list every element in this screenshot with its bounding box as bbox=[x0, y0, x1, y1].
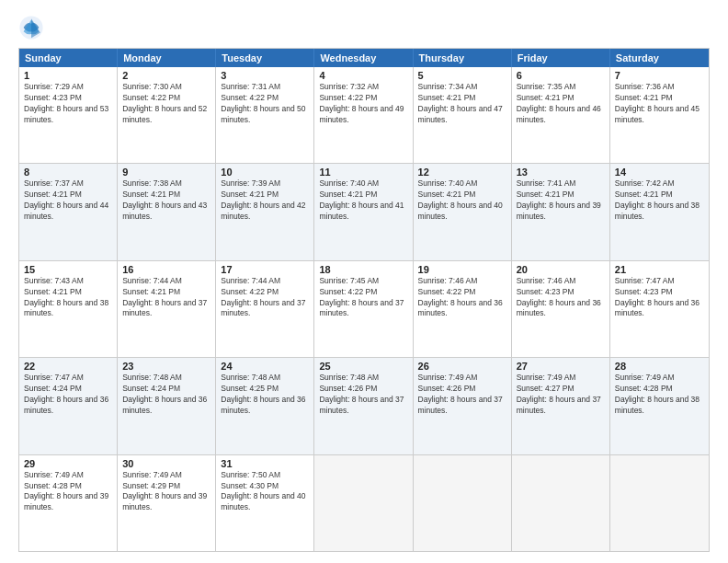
header-day-thursday: Thursday bbox=[414, 49, 512, 67]
calendar-cell: 18 Sunrise: 7:45 AM Sunset: 4:22 PM Dayl… bbox=[314, 261, 413, 357]
calendar-cell: 21 Sunrise: 7:47 AM Sunset: 4:23 PM Dayl… bbox=[610, 261, 709, 357]
day-number: 27 bbox=[517, 361, 605, 372]
calendar-cell bbox=[610, 455, 709, 551]
calendar-cell: 10 Sunrise: 7:39 AM Sunset: 4:21 PM Dayl… bbox=[216, 164, 314, 259]
cell-info: Sunrise: 7:48 AM Sunset: 4:26 PM Dayligh… bbox=[319, 373, 407, 417]
calendar-cell: 30 Sunrise: 7:49 AM Sunset: 4:29 PM Dayl… bbox=[118, 455, 216, 551]
day-number: 15 bbox=[24, 264, 112, 275]
calendar-cell: 1 Sunrise: 7:29 AM Sunset: 4:23 PM Dayli… bbox=[19, 67, 118, 163]
calendar-cell: 7 Sunrise: 7:36 AM Sunset: 4:21 PM Dayli… bbox=[610, 67, 709, 163]
cell-info: Sunrise: 7:35 AM Sunset: 4:21 PM Dayligh… bbox=[517, 82, 605, 126]
day-number: 16 bbox=[122, 264, 210, 275]
day-number: 28 bbox=[615, 361, 704, 372]
cell-info: Sunrise: 7:48 AM Sunset: 4:24 PM Dayligh… bbox=[122, 373, 210, 417]
cell-info: Sunrise: 7:38 AM Sunset: 4:21 PM Dayligh… bbox=[122, 178, 210, 223]
calendar-cell: 23 Sunrise: 7:48 AM Sunset: 4:24 PM Dayl… bbox=[118, 358, 216, 454]
cell-info: Sunrise: 7:44 AM Sunset: 4:22 PM Dayligh… bbox=[221, 276, 309, 320]
cell-info: Sunrise: 7:41 AM Sunset: 4:21 PM Dayligh… bbox=[517, 178, 605, 223]
day-number: 18 bbox=[319, 264, 407, 275]
header-day-sunday: Sunday bbox=[19, 49, 118, 67]
cell-info: Sunrise: 7:40 AM Sunset: 4:21 PM Dayligh… bbox=[418, 178, 506, 223]
cell-info: Sunrise: 7:29 AM Sunset: 4:23 PM Dayligh… bbox=[24, 82, 112, 126]
cell-info: Sunrise: 7:49 AM Sunset: 4:26 PM Dayligh… bbox=[418, 373, 506, 417]
day-number: 20 bbox=[517, 264, 605, 275]
day-number: 3 bbox=[221, 70, 309, 81]
calendar-cell: 4 Sunrise: 7:32 AM Sunset: 4:22 PM Dayli… bbox=[314, 67, 413, 163]
calendar-header: SundayMondayTuesdayWednesdayThursdayFrid… bbox=[19, 49, 709, 67]
page: SundayMondayTuesdayWednesdayThursdayFrid… bbox=[0, 0, 728, 563]
cell-info: Sunrise: 7:45 AM Sunset: 4:22 PM Dayligh… bbox=[319, 276, 407, 320]
header-day-friday: Friday bbox=[512, 49, 610, 67]
calendar-cell: 9 Sunrise: 7:38 AM Sunset: 4:21 PM Dayli… bbox=[118, 164, 216, 259]
cell-info: Sunrise: 7:43 AM Sunset: 4:21 PM Dayligh… bbox=[24, 276, 112, 320]
day-number: 31 bbox=[221, 458, 309, 469]
day-number: 11 bbox=[319, 167, 407, 178]
day-number: 14 bbox=[615, 167, 704, 178]
calendar-cell: 3 Sunrise: 7:31 AM Sunset: 4:22 PM Dayli… bbox=[216, 67, 314, 163]
cell-info: Sunrise: 7:30 AM Sunset: 4:22 PM Dayligh… bbox=[122, 82, 210, 126]
day-number: 2 bbox=[122, 70, 210, 81]
calendar-cell: 29 Sunrise: 7:49 AM Sunset: 4:28 PM Dayl… bbox=[19, 455, 118, 551]
calendar-row-1: 1 Sunrise: 7:29 AM Sunset: 4:23 PM Dayli… bbox=[19, 67, 709, 163]
calendar-cell: 19 Sunrise: 7:46 AM Sunset: 4:22 PM Dayl… bbox=[414, 261, 512, 357]
cell-info: Sunrise: 7:50 AM Sunset: 4:30 PM Dayligh… bbox=[221, 470, 309, 514]
day-number: 5 bbox=[418, 70, 506, 81]
cell-info: Sunrise: 7:42 AM Sunset: 4:21 PM Dayligh… bbox=[615, 178, 704, 223]
calendar-cell: 31 Sunrise: 7:50 AM Sunset: 4:30 PM Dayl… bbox=[216, 455, 314, 551]
header-day-monday: Monday bbox=[118, 49, 216, 67]
calendar-cell: 17 Sunrise: 7:44 AM Sunset: 4:22 PM Dayl… bbox=[216, 261, 314, 357]
cell-info: Sunrise: 7:48 AM Sunset: 4:25 PM Dayligh… bbox=[221, 373, 309, 417]
day-number: 7 bbox=[615, 70, 704, 81]
calendar-cell: 13 Sunrise: 7:41 AM Sunset: 4:21 PM Dayl… bbox=[512, 164, 610, 259]
day-number: 19 bbox=[418, 264, 506, 275]
day-number: 30 bbox=[122, 458, 210, 469]
calendar-cell: 5 Sunrise: 7:34 AM Sunset: 4:21 PM Dayli… bbox=[414, 67, 512, 163]
cell-info: Sunrise: 7:49 AM Sunset: 4:28 PM Dayligh… bbox=[24, 470, 112, 514]
cell-info: Sunrise: 7:40 AM Sunset: 4:21 PM Dayligh… bbox=[319, 178, 407, 223]
day-number: 23 bbox=[122, 361, 210, 372]
logo bbox=[18, 15, 50, 40]
calendar-cell: 26 Sunrise: 7:49 AM Sunset: 4:26 PM Dayl… bbox=[414, 358, 512, 454]
day-number: 12 bbox=[418, 167, 506, 178]
day-number: 6 bbox=[517, 70, 605, 81]
day-number: 13 bbox=[517, 167, 605, 178]
header-day-tuesday: Tuesday bbox=[216, 49, 314, 67]
header-day-saturday: Saturday bbox=[610, 49, 709, 67]
calendar-cell: 12 Sunrise: 7:40 AM Sunset: 4:21 PM Dayl… bbox=[414, 164, 512, 259]
calendar-cell: 28 Sunrise: 7:49 AM Sunset: 4:28 PM Dayl… bbox=[610, 358, 709, 454]
cell-info: Sunrise: 7:46 AM Sunset: 4:23 PM Dayligh… bbox=[517, 276, 605, 320]
calendar-cell: 25 Sunrise: 7:48 AM Sunset: 4:26 PM Dayl… bbox=[314, 358, 413, 454]
cell-info: Sunrise: 7:47 AM Sunset: 4:23 PM Dayligh… bbox=[615, 276, 704, 320]
header-day-wednesday: Wednesday bbox=[314, 49, 413, 67]
day-number: 9 bbox=[122, 167, 210, 178]
calendar-cell: 8 Sunrise: 7:37 AM Sunset: 4:21 PM Dayli… bbox=[19, 164, 118, 259]
cell-info: Sunrise: 7:39 AM Sunset: 4:21 PM Dayligh… bbox=[221, 178, 309, 223]
calendar-row-2: 8 Sunrise: 7:37 AM Sunset: 4:21 PM Dayli… bbox=[19, 163, 709, 259]
header bbox=[18, 15, 710, 40]
day-number: 25 bbox=[319, 361, 407, 372]
calendar-body: 1 Sunrise: 7:29 AM Sunset: 4:23 PM Dayli… bbox=[19, 67, 709, 551]
day-number: 17 bbox=[221, 264, 309, 275]
day-number: 29 bbox=[24, 458, 112, 469]
day-number: 4 bbox=[319, 70, 407, 81]
day-number: 8 bbox=[24, 167, 112, 178]
calendar-cell: 14 Sunrise: 7:42 AM Sunset: 4:21 PM Dayl… bbox=[610, 164, 709, 259]
day-number: 24 bbox=[221, 361, 309, 372]
day-number: 22 bbox=[24, 361, 112, 372]
calendar-row-5: 29 Sunrise: 7:49 AM Sunset: 4:28 PM Dayl… bbox=[19, 454, 709, 551]
calendar-row-3: 15 Sunrise: 7:43 AM Sunset: 4:21 PM Dayl… bbox=[19, 260, 709, 357]
day-number: 21 bbox=[615, 264, 704, 275]
calendar-cell bbox=[414, 455, 512, 551]
calendar-row-4: 22 Sunrise: 7:47 AM Sunset: 4:24 PM Dayl… bbox=[19, 357, 709, 454]
calendar-cell: 22 Sunrise: 7:47 AM Sunset: 4:24 PM Dayl… bbox=[19, 358, 118, 454]
cell-info: Sunrise: 7:36 AM Sunset: 4:21 PM Dayligh… bbox=[615, 82, 704, 126]
calendar: SundayMondayTuesdayWednesdayThursdayFrid… bbox=[18, 48, 710, 552]
cell-info: Sunrise: 7:34 AM Sunset: 4:21 PM Dayligh… bbox=[418, 82, 506, 126]
calendar-cell: 16 Sunrise: 7:44 AM Sunset: 4:21 PM Dayl… bbox=[118, 261, 216, 357]
calendar-cell bbox=[314, 455, 413, 551]
cell-info: Sunrise: 7:49 AM Sunset: 4:29 PM Dayligh… bbox=[122, 470, 210, 514]
cell-info: Sunrise: 7:49 AM Sunset: 4:28 PM Dayligh… bbox=[615, 373, 704, 417]
cell-info: Sunrise: 7:31 AM Sunset: 4:22 PM Dayligh… bbox=[221, 82, 309, 126]
day-number: 10 bbox=[221, 167, 309, 178]
day-number: 1 bbox=[24, 70, 112, 81]
